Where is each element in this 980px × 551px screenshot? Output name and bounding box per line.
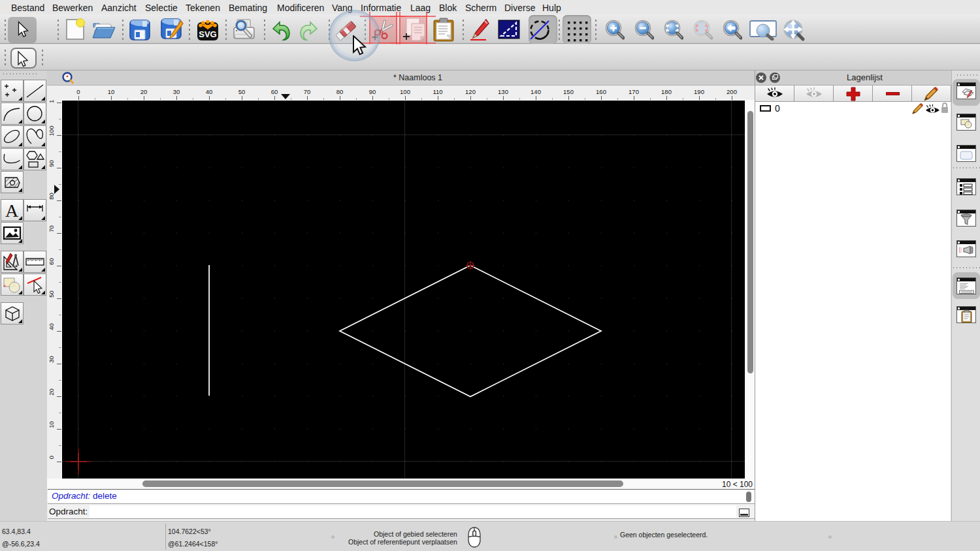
svg-text:A: A: [5, 200, 19, 221]
svg-text:SVG: SVG: [199, 29, 216, 39]
